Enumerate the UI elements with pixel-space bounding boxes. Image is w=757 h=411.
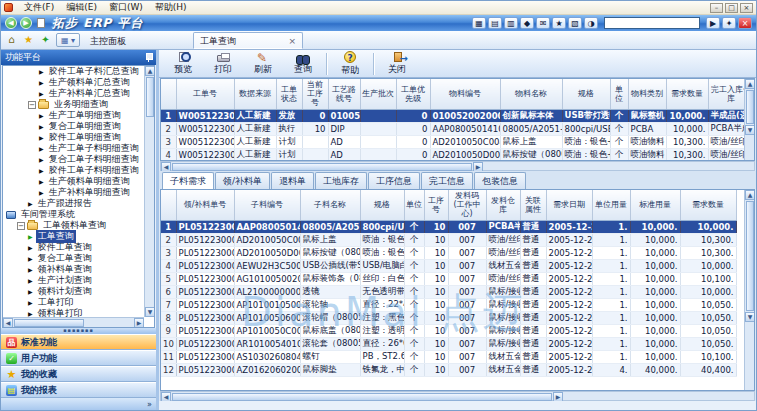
data-cell[interactable]: 个 — [404, 272, 424, 285]
data-cell[interactable] — [360, 122, 396, 135]
data-cell[interactable]: 10 — [424, 337, 448, 350]
column-header[interactable]: 单位用量 — [592, 190, 630, 220]
data-cell[interactable]: 10,100. — [680, 272, 736, 285]
data-cell[interactable]: 1. — [592, 337, 630, 350]
data-cell[interactable]: AD2010050D00400 — [430, 148, 500, 161]
row-number-cell[interactable]: 2 — [161, 233, 176, 246]
globe-icon[interactable]: ◑ — [584, 17, 598, 29]
data-cell[interactable]: AP1010050600400 — [234, 311, 300, 324]
close-button[interactable]: 关闭 — [377, 51, 417, 77]
row-number-cell[interactable]: 4 — [161, 259, 176, 272]
data-cell[interactable]: 个 — [404, 246, 424, 259]
data-cell[interactable]: W005122300004 — [176, 148, 234, 161]
data-cell[interactable]: USB/电脑白 — [360, 259, 404, 272]
table-row[interactable]: 4W005122300004人工新建计划AD0AD2010050D00400鼠标… — [161, 148, 755, 161]
column-header[interactable]: 物料编号 — [430, 79, 500, 109]
data-cell[interactable]: 10,300. — [680, 233, 736, 246]
data-cell[interactable]: PL05122300002 — [176, 311, 234, 324]
row-number-cell[interactable]: 3 — [161, 135, 176, 148]
data-cell[interactable]: 鼠标/接收 — [486, 311, 520, 324]
detail-tab[interactable]: 工地库存 — [315, 172, 367, 189]
data-cell[interactable]: PL05122300004 — [176, 246, 234, 259]
data-cell[interactable]: 10 — [424, 285, 448, 298]
tab-list-dropdown[interactable]: ▦ ▾ — [56, 33, 80, 47]
scroll-left-icon[interactable]: ◀ — [3, 318, 13, 328]
data-cell[interactable]: 喷油：银色 — [360, 246, 404, 259]
data-cell[interactable]: 10 — [424, 233, 448, 246]
column-header[interactable]: 物料类别 — [628, 79, 666, 109]
data-cell[interactable]: 人工新建 — [234, 148, 276, 161]
sidebar-nav-我的报表[interactable]: ▤我的报表 — [1, 382, 156, 398]
data-cell[interactable]: 2005-12-28 — [546, 285, 592, 298]
data-cell[interactable]: 普通 — [520, 233, 546, 246]
column-header[interactable]: 物料名称 — [500, 79, 562, 109]
data-cell[interactable]: 喷油/丝印 — [486, 272, 520, 285]
data-cell[interactable]: 普通 — [520, 311, 546, 324]
data-cell[interactable]: 800cpi/US — [360, 220, 404, 233]
data-cell[interactable]: 40,400. — [680, 363, 736, 376]
data-cell[interactable]: 1. — [592, 285, 630, 298]
data-cell[interactable]: W005122300003 — [176, 135, 234, 148]
pin-icon[interactable] — [145, 53, 152, 62]
data-cell[interactable]: 喷油：银色+光泽 — [562, 135, 610, 148]
data-cell[interactable]: AD — [328, 148, 360, 161]
column-header[interactable] — [754, 79, 755, 109]
data-cell[interactable]: 人工新建 — [234, 109, 276, 122]
data-cell[interactable]: 普通 — [520, 337, 546, 350]
data-cell[interactable]: 10 — [424, 259, 448, 272]
data-cell[interactable]: PCBA — [628, 122, 666, 135]
refresh-button[interactable]: 刷新 — [243, 51, 283, 77]
data-cell[interactable]: 1. — [592, 324, 630, 337]
column-header[interactable]: 工艺路线号 — [328, 79, 360, 109]
data-cell[interactable]: 2005-12-28 — [546, 298, 592, 311]
data-cell[interactable]: 直径：22*4 — [360, 298, 404, 311]
data-cell[interactable]: 10,000. — [666, 109, 708, 122]
data-cell[interactable]: AAP080050141010 — [430, 122, 500, 135]
data-cell[interactable] — [302, 135, 328, 148]
data-cell[interactable]: 个 — [610, 109, 628, 122]
data-cell[interactable]: AP1010050C00600 — [234, 324, 300, 337]
data-cell[interactable]: 10,300. — [680, 246, 736, 259]
data-cell[interactable]: 2 — [754, 135, 755, 148]
data-cell[interactable]: 01005200200000 — [430, 109, 500, 122]
folder-icon[interactable]: ▤ — [488, 17, 502, 29]
column-header[interactable]: 单位 — [404, 190, 424, 220]
column-header[interactable]: 需求数量 — [666, 79, 708, 109]
column-header[interactable]: 数据来源 — [234, 79, 276, 109]
data-cell[interactable]: 007 — [448, 337, 486, 350]
data-cell[interactable]: AD2010050C00400 — [430, 135, 500, 148]
page-tab-inactive[interactable]: 主控面板 — [83, 32, 193, 49]
data-cell[interactable]: 个 — [404, 298, 424, 311]
data-cell[interactable]: 1. — [592, 311, 630, 324]
data-cell[interactable]: 2005-12-28 — [546, 220, 592, 233]
data-cell[interactable]: 10,000. — [630, 337, 680, 350]
data-cell[interactable]: 0 — [396, 148, 430, 161]
menu-item[interactable]: 窗口(W) — [103, 2, 149, 12]
menu-item[interactable]: 文件(F) — [18, 2, 60, 12]
data-cell[interactable]: 08005/A2051+MA60M2 — [500, 122, 562, 135]
data-cell[interactable]: 1. — [592, 350, 630, 363]
table-row[interactable]: 12PL05122300003AZ0162060200000鼠标脚垫铁氟龙，中个… — [161, 363, 736, 376]
book-icon[interactable]: ▥ — [504, 17, 518, 29]
data-cell[interactable]: AEWU2H3C5003100 — [234, 259, 300, 272]
favorite-star-icon[interactable]: ★ — [21, 33, 36, 47]
close-tab-icon[interactable]: × — [288, 33, 296, 49]
data-cell[interactable]: 注塑：黑色 — [360, 311, 404, 324]
column-header[interactable]: 标准用量 — [630, 190, 680, 220]
users-icon[interactable]: ◆ — [520, 17, 534, 29]
data-cell[interactable]: 10 — [424, 363, 448, 376]
data-cell[interactable]: 007 — [448, 298, 486, 311]
detail-horizontal-scrollbar[interactable]: ◀ ▶ — [160, 391, 755, 401]
table-row[interactable]: 11PL05122300003AS1030260804011螺钉PB，ST2.6… — [161, 350, 736, 363]
row-number-cell[interactable]: 1 — [161, 109, 176, 122]
data-cell[interactable]: 喷油物料 — [628, 135, 666, 148]
data-cell[interactable]: 2005-12-28 — [546, 337, 592, 350]
data-cell[interactable]: 2005-12-28 — [546, 363, 592, 376]
data-cell[interactable]: AP1010010500900 — [234, 298, 300, 311]
orders-vertical-scrollbar[interactable]: ▲ ▼ — [744, 79, 754, 160]
data-cell[interactable]: 个 — [404, 337, 424, 350]
data-cell[interactable]: PL05122300003 — [176, 259, 234, 272]
data-cell[interactable]: 个 — [610, 148, 628, 161]
data-cell[interactable]: AS1030260804011 — [234, 350, 300, 363]
data-cell[interactable]: 2 — [754, 148, 755, 161]
